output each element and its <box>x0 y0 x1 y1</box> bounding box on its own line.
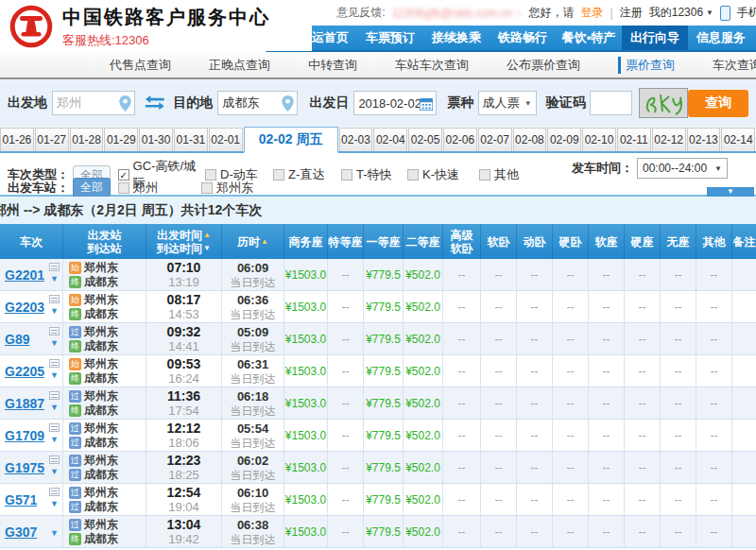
main-nav-item-1[interactable]: 车票预订 <box>357 26 423 50</box>
sub-nav-item-0[interactable]: 代售点查询 <box>110 57 171 74</box>
date-tab-01-27[interactable]: 01-27 <box>35 128 69 151</box>
swap-stations-button[interactable] <box>145 95 165 111</box>
main-nav-item-2[interactable]: 接续换乘 <box>423 26 490 50</box>
stops-list-icon[interactable] <box>49 263 60 271</box>
price-cell-7: -- <box>552 291 588 322</box>
sub-nav-item-2[interactable]: 中转查询 <box>308 57 357 74</box>
station-badge: 始 <box>69 262 81 274</box>
to-input[interactable]: 成都东 <box>217 91 298 115</box>
train-number-link[interactable]: G1709 <box>5 428 44 443</box>
date-tab-02-05[interactable]: 02-05 <box>408 128 442 151</box>
checkbox-icon[interactable] <box>201 182 213 194</box>
sub-nav-item-1[interactable]: 正晚点查询 <box>209 57 270 74</box>
sub-nav-item-3[interactable]: 车站车次查询 <box>395 57 469 74</box>
checkbox-icon[interactable] <box>341 169 352 180</box>
date-tab-02-09[interactable]: 02-09 <box>547 128 581 151</box>
stops-list-icon[interactable] <box>49 295 60 303</box>
date-input[interactable]: 2018-02-02 <box>353 91 436 115</box>
train-number-link[interactable]: G89 <box>5 332 29 347</box>
register-link[interactable]: 注册 <box>620 5 643 21</box>
date-tab-01-29[interactable]: 01-29 <box>104 128 138 151</box>
captcha-input[interactable] <box>590 91 633 115</box>
sub-nav-item-6[interactable]: 车次查询 <box>713 57 756 74</box>
expand-row-caret-icon[interactable]: ▼ <box>50 275 59 284</box>
arrive-time: 14:41 <box>168 339 199 353</box>
stops-list-icon[interactable] <box>49 359 60 368</box>
collapse-filters-button[interactable]: ▼ <box>707 187 754 197</box>
date-tab-02-12[interactable]: 02-12 <box>652 128 686 151</box>
ticket-type-select[interactable]: 成人票▼ <box>478 91 537 115</box>
date-tab-02-14[interactable]: 02-14 <box>721 128 755 151</box>
stops-list-icon[interactable] <box>49 391 60 400</box>
train-number-link[interactable]: G571 <box>5 492 37 507</box>
expand-row-caret-icon[interactable]: ▼ <box>50 500 59 508</box>
date-tab-01-26[interactable]: 01-26 <box>0 128 34 151</box>
sort-asc-icon[interactable]: ▲ <box>203 229 211 242</box>
train-number-link[interactable]: G307 <box>5 524 37 540</box>
date-tab-02-06[interactable]: 02-06 <box>443 128 477 151</box>
expand-row-caret-icon[interactable]: ▼ <box>50 339 59 348</box>
main-nav-item-4[interactable]: 餐饮•特产 <box>556 26 622 50</box>
price-value: -- <box>567 397 575 410</box>
train-number-link[interactable]: G1887 <box>5 396 44 411</box>
main-nav-item-6[interactable]: 信息服务 <box>688 26 754 50</box>
date-tab-01-31[interactable]: 01-31 <box>174 128 208 151</box>
captcha-image[interactable] <box>639 88 688 118</box>
from-input[interactable]: 郑州 <box>52 91 135 115</box>
station-badge: 过 <box>69 519 81 531</box>
date-tab-01-28[interactable]: 01-28 <box>70 128 104 151</box>
date-tab-02-11[interactable]: 02-11 <box>617 128 651 151</box>
calendar-icon[interactable] <box>420 97 433 111</box>
train-number-link[interactable]: G2205 <box>5 364 44 379</box>
sub-nav-item-4[interactable]: 公布票价查询 <box>507 57 580 74</box>
query-button[interactable]: 查询 <box>688 90 748 117</box>
my12306-menu[interactable]: 我的12306 ▼ <box>649 5 713 21</box>
checkbox-icon[interactable] <box>118 182 129 194</box>
price-value: -- <box>495 365 503 378</box>
train-number-link[interactable]: G2201 <box>5 267 44 283</box>
stops-list-icon[interactable] <box>49 488 60 496</box>
date-tab-02-01[interactable]: 02-01 <box>209 128 243 151</box>
station-all-button[interactable]: 全部 <box>73 178 111 198</box>
date-tab-02-04[interactable]: 02-04 <box>373 128 407 151</box>
stops-list-icon[interactable] <box>49 327 60 335</box>
date-tab-02-13[interactable]: 02-13 <box>687 128 721 151</box>
expand-row-caret-icon[interactable]: ▼ <box>50 404 59 412</box>
sort-asc-icon[interactable]: ▲ <box>261 235 268 249</box>
col-header-3[interactable]: 历时▲ <box>221 224 284 259</box>
price-cell-0: ¥1503.0 <box>284 484 327 515</box>
date-tab-02-02[interactable]: 02-02 周五 <box>244 127 338 153</box>
stops-list-icon[interactable] <box>49 455 60 464</box>
train-type-checkbox-5[interactable]: 其他 <box>479 158 536 192</box>
train-type-checkbox-3[interactable]: T-特快 <box>341 158 407 192</box>
price-value: -- <box>342 365 350 378</box>
expand-row-caret-icon[interactable]: ▼ <box>50 371 59 380</box>
checkbox-icon[interactable] <box>479 169 490 180</box>
col-header-2[interactable]: 出发时间▲到达时间▼ <box>146 224 221 259</box>
depart-time-select[interactable]: 00:00--24:00▼ <box>637 158 728 179</box>
expand-row-caret-icon[interactable]: ▼ <box>50 529 59 538</box>
date-tab-01-30[interactable]: 01-30 <box>139 128 173 151</box>
main-nav-item-3[interactable]: 铁路畅行 <box>490 26 556 50</box>
train-type-checkbox-4[interactable]: K-快速 <box>407 158 479 192</box>
sub-nav-item-5[interactable]: 票价查询 <box>618 57 675 74</box>
station-checkbox-1[interactable]: 郑州东 <box>201 180 253 197</box>
col-header-text: 出发时间 <box>157 229 202 242</box>
stops-list-icon[interactable] <box>49 423 60 432</box>
date-tab-02-07[interactable]: 02-07 <box>478 128 512 151</box>
expand-row-caret-icon[interactable]: ▼ <box>50 436 59 444</box>
train-number-link[interactable]: G2203 <box>5 300 44 315</box>
date-tab-02-10[interactable]: 02-10 <box>582 128 616 151</box>
date-tab-02-08[interactable]: 02-08 <box>513 128 547 151</box>
expand-row-caret-icon[interactable]: ▼ <box>50 307 59 316</box>
mobile-link[interactable]: 手机版 <box>737 5 756 21</box>
checkbox-icon[interactable] <box>407 169 419 180</box>
price-cell-3: ¥502.0 <box>403 291 442 322</box>
expand-row-caret-icon[interactable]: ▼ <box>50 468 59 476</box>
date-tab-02-03[interactable]: 02-03 <box>339 128 373 151</box>
main-nav-item-5[interactable]: 出行向导 <box>622 26 688 50</box>
train-number-link[interactable]: G1975 <box>5 460 44 475</box>
login-link[interactable]: 登录 <box>581 5 604 21</box>
station-checkbox-0[interactable]: 郑州 <box>118 180 158 197</box>
sort-desc-icon[interactable]: ▼ <box>203 242 211 255</box>
